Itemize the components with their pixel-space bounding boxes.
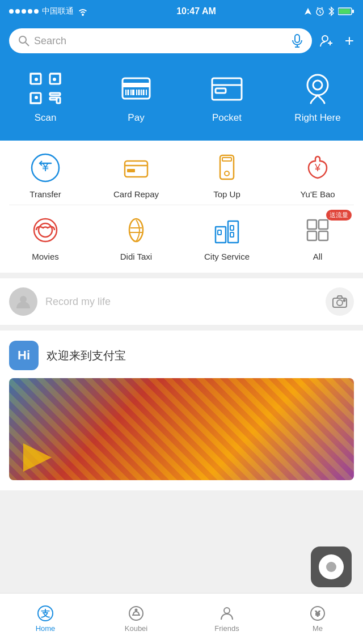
battery-icon	[338, 7, 354, 15]
svg-rect-8	[352, 10, 354, 13]
svg-marker-0	[305, 8, 311, 15]
svg-rect-62	[307, 231, 316, 240]
svg-point-40	[307, 75, 328, 95]
service-row-1: ¥ Transfer Card Repay	[0, 141, 363, 205]
pay-button[interactable]: Pay	[102, 70, 170, 124]
svg-marker-68	[23, 443, 52, 472]
movies-button[interactable]: Movies	[6, 214, 85, 261]
city-service-label: City Service	[204, 252, 250, 261]
nav-koubei[interactable]: Koubei	[99, 605, 173, 633]
svg-rect-58	[230, 226, 234, 230]
nav-home[interactable]: 支 Home	[9, 605, 82, 633]
all-label: All	[313, 252, 323, 261]
record-section: Record my life	[0, 278, 363, 325]
city-service-button[interactable]: City Service	[187, 214, 267, 261]
post-image	[9, 378, 354, 480]
nav-koubei-label: Koubei	[125, 624, 147, 633]
svg-line-5	[322, 7, 323, 9]
movies-icon	[29, 214, 61, 246]
card-repay-icon	[120, 152, 152, 184]
svg-rect-23	[50, 93, 60, 95]
svg-point-73	[136, 609, 137, 611]
svg-line-3	[320, 12, 321, 13]
post-title: 欢迎来到支付宝	[47, 348, 126, 363]
nav-me[interactable]: ¥ Me	[281, 605, 354, 633]
camera-button[interactable]	[326, 287, 354, 316]
svg-rect-39	[216, 88, 226, 93]
svg-text:¥: ¥	[315, 609, 320, 618]
float-dot	[326, 562, 336, 572]
card-repay-label: Card Repay	[113, 189, 159, 199]
service-section: ¥ Transfer Card Repay	[0, 141, 363, 273]
nav-friends[interactable]: Friends	[190, 605, 264, 633]
top-up-button[interactable]: Top Up	[187, 152, 267, 199]
svg-rect-46	[127, 169, 135, 172]
record-placeholder[interactable]: Record my life	[45, 296, 318, 308]
header: Search +	[0, 23, 363, 65]
nav-me-icon: ¥	[309, 605, 326, 622]
signal-dots	[9, 9, 39, 14]
svg-point-52	[39, 223, 52, 237]
svg-rect-57	[218, 230, 221, 235]
search-icon	[18, 35, 29, 46]
svg-text:支: 支	[40, 609, 50, 618]
svg-point-66	[337, 300, 343, 306]
post-section: Hi 欢迎来到支付宝	[0, 331, 363, 490]
svg-rect-60	[307, 220, 316, 229]
wifi-icon	[77, 7, 88, 16]
search-bar[interactable]: Search	[9, 28, 312, 53]
all-button[interactable]: 送流量 All	[278, 214, 357, 261]
transfer-button[interactable]: ¥ Transfer	[6, 152, 85, 199]
card-repay-button[interactable]: Card Repay	[96, 152, 176, 199]
nav-friends-label: Friends	[214, 624, 239, 633]
nav-koubei-icon	[128, 605, 145, 622]
svg-point-14	[322, 36, 328, 41]
svg-rect-25	[57, 98, 60, 103]
contact-icon[interactable]	[319, 33, 335, 49]
alarm-icon	[315, 7, 324, 16]
bottom-nav: 支 Home Koubei Friends	[0, 593, 363, 644]
right-here-label: Right Here	[294, 112, 340, 124]
nav-home-label: Home	[36, 624, 56, 633]
nav-friends-icon	[218, 605, 235, 622]
mic-icon[interactable]	[292, 34, 303, 48]
add-button[interactable]: +	[345, 32, 354, 50]
post-avatar: Hi	[9, 341, 39, 370]
right-here-button[interactable]: Right Here	[284, 70, 352, 124]
blue-quick-actions: Scan Pay Pocket	[0, 65, 363, 141]
svg-point-67	[344, 300, 345, 302]
svg-point-51	[34, 219, 57, 242]
transfer-label: Transfer	[29, 189, 61, 199]
didi-taxi-label: Didi Taxi	[120, 252, 152, 261]
service-row-2: Movies Didi Taxi	[0, 205, 363, 273]
nav-home-icon: 支	[37, 605, 54, 622]
yue-bao-button[interactable]: ¥ Yu'E Bao	[278, 152, 357, 199]
bluetooth-icon	[328, 6, 335, 16]
didi-taxi-icon	[120, 214, 152, 246]
header-actions: +	[319, 32, 354, 50]
svg-point-49	[225, 171, 229, 176]
svg-rect-26	[123, 78, 150, 99]
all-badge: 送流量	[326, 210, 352, 221]
transfer-icon: ¥	[29, 152, 61, 184]
post-avatar-label: Hi	[18, 348, 30, 363]
svg-rect-48	[222, 158, 231, 161]
pocket-label: Pocket	[212, 112, 242, 124]
svg-point-41	[313, 80, 322, 90]
svg-text:¥: ¥	[41, 160, 49, 174]
nav-me-label: Me	[313, 624, 323, 633]
top-up-label: Top Up	[213, 189, 240, 199]
svg-rect-61	[319, 220, 328, 229]
svg-point-74	[224, 608, 230, 613]
float-button[interactable]	[311, 546, 352, 587]
scan-button[interactable]: Scan	[11, 70, 79, 124]
yue-bao-label: Yu'E Bao	[300, 189, 335, 199]
didi-taxi-button[interactable]: Didi Taxi	[96, 214, 176, 261]
status-time: 10:47 AM	[176, 6, 216, 16]
pocket-button[interactable]: Pocket	[193, 70, 261, 124]
svg-rect-24	[50, 98, 57, 100]
status-bar: 中国联通 10:47 AM	[0, 0, 363, 23]
yue-bao-icon: ¥	[302, 152, 334, 184]
search-placeholder: Search	[34, 35, 287, 47]
status-right	[304, 6, 354, 16]
